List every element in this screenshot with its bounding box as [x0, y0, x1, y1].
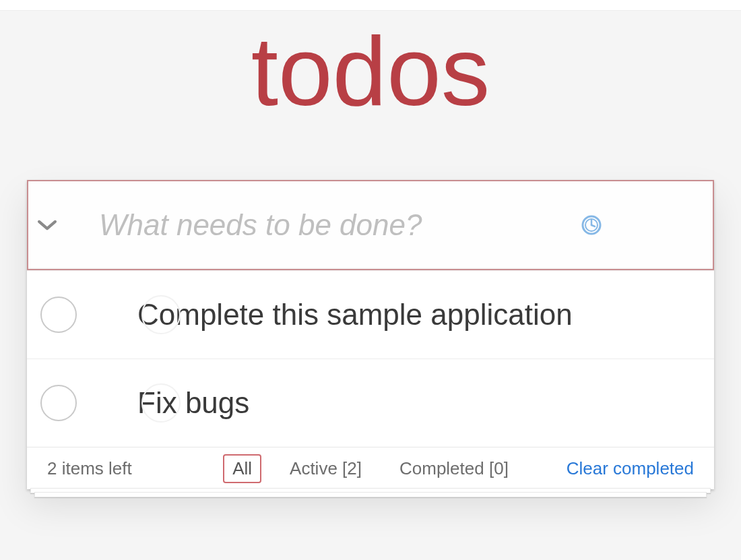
filter-all[interactable]: All — [223, 454, 261, 483]
footer: 2 items left All Active [2] Completed [0… — [27, 447, 714, 489]
todo-toggle[interactable] — [40, 297, 77, 333]
todo-toggle[interactable] — [40, 385, 77, 421]
clock-icon[interactable] — [578, 212, 605, 239]
new-todo-input[interactable] — [65, 208, 578, 242]
toggle-all-button[interactable] — [28, 218, 65, 232]
clear-completed-link[interactable]: Clear completed — [567, 458, 694, 479]
svg-line-3 — [591, 225, 595, 226]
filter-completed[interactable]: Completed [0] — [390, 454, 518, 483]
new-todo-row — [27, 180, 714, 270]
todo-label[interactable]: Complete this sample application — [77, 298, 573, 332]
browser-top-edge — [0, 0, 741, 11]
todo-item: Complete this sample application — [27, 270, 714, 359]
app-title: todos — [0, 11, 741, 133]
filter-active[interactable]: Active [2] — [280, 454, 371, 483]
todo-label[interactable]: Fix bugs — [77, 386, 249, 420]
todo-list: Complete this sample application Fix bug… — [27, 270, 714, 447]
todo-app: Complete this sample application Fix bug… — [27, 180, 714, 489]
todo-item: Fix bugs — [27, 359, 714, 447]
chevron-down-icon — [28, 218, 65, 232]
